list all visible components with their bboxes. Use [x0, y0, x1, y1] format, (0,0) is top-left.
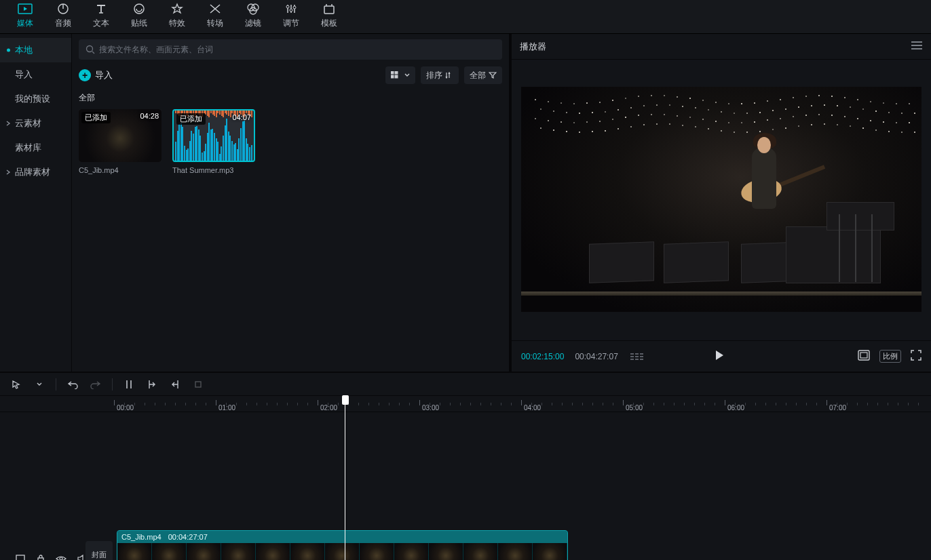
grid-icon: [391, 71, 402, 79]
sort-icon: [445, 72, 453, 79]
tab-audio[interactable]: 音频: [45, 1, 81, 33]
adjust-icon: [273, 1, 309, 16]
added-badge: 已添加: [176, 113, 206, 125]
svg-point-20: [60, 557, 62, 560]
filter-icon: [235, 1, 271, 16]
sidebar-item-brand[interactable]: 品牌素材: [0, 160, 71, 184]
sidebar-item-local[interactable]: 本地: [0, 38, 71, 62]
trim-left-button[interactable]: [142, 376, 162, 393]
svg-rect-14: [395, 75, 398, 78]
stage-box: [786, 226, 881, 283]
sort-button[interactable]: 排序: [421, 66, 459, 84]
transition-icon: [197, 1, 233, 16]
import-button[interactable]: + 导入: [79, 66, 113, 84]
duration-badge: 04:07: [232, 113, 251, 121]
eye-icon[interactable]: [54, 554, 68, 560]
clip-name: C5_Jib.mp4: [121, 533, 162, 541]
mic-stand: [839, 214, 840, 282]
current-time: 00:02:15:00: [521, 352, 564, 361]
player-header: 播放器: [512, 34, 931, 60]
svg-point-7: [290, 9, 292, 12]
text-icon: [83, 1, 119, 16]
chevron-right-icon: [5, 160, 11, 184]
mic-stand: [855, 214, 856, 282]
plus-icon: +: [79, 69, 91, 81]
tab-filter[interactable]: 滤镜: [235, 1, 271, 33]
sidebar-item-library[interactable]: 素材库: [0, 136, 71, 160]
split-button[interactable]: [119, 376, 138, 393]
timeline-tracks[interactable]: 封面 C5_Jib.mp4 00:04:27:07: [0, 412, 931, 560]
clip-duration: 00:04:27:07: [168, 533, 208, 541]
cover-button[interactable]: 封面: [86, 541, 113, 560]
stage-speaker: [589, 241, 654, 283]
tab-label: 媒体: [7, 18, 43, 33]
sidebar-item-presets[interactable]: 我的预设: [0, 87, 71, 111]
filter-button[interactable]: 全部: [464, 66, 502, 84]
svg-rect-11: [391, 71, 394, 74]
sidebar-item-import[interactable]: 导入: [0, 62, 71, 87]
aspect-ratio-button[interactable]: 比例: [879, 350, 901, 363]
svg-rect-9: [324, 6, 334, 14]
stage-box: [826, 202, 894, 231]
sticker-icon: [121, 1, 157, 16]
svg-rect-17: [195, 382, 201, 387]
fullscreen-button[interactable]: [911, 350, 922, 363]
hamburger-icon[interactable]: [911, 41, 923, 52]
media-caption: That Summer.mp3: [172, 166, 255, 174]
stage-speaker: [664, 241, 729, 283]
time-ruler[interactable]: 00:0001:0002:0003:0004:0005:0006:0007:00: [114, 396, 931, 412]
added-badge: 已添加: [81, 112, 111, 123]
undo-button[interactable]: [63, 376, 82, 393]
play-button[interactable]: [713, 349, 725, 363]
performer-illustration: [732, 148, 793, 249]
media-grid: 已添加 04:28 C5_Jib.mp4 已添加 04:07 That Summ…: [79, 109, 502, 174]
duration-badge: 04:28: [140, 112, 159, 120]
sidebar-item-cloud[interactable]: 云素材: [0, 111, 71, 136]
tab-text[interactable]: 文本: [83, 1, 119, 33]
track-select-icon[interactable]: [14, 554, 27, 560]
playhead[interactable]: [345, 396, 345, 560]
funnel-icon: [489, 72, 497, 79]
svg-point-8: [293, 6, 296, 9]
player-controls: 00:02:15:00 00:04:27:07 比例: [512, 340, 931, 372]
pointer-menu[interactable]: [30, 376, 49, 393]
tab-media[interactable]: 媒体: [7, 1, 43, 33]
tab-adjust[interactable]: 调节: [273, 1, 309, 33]
safe-zone-button[interactable]: [858, 350, 870, 363]
tab-transition[interactable]: 转场: [197, 1, 233, 33]
media-sidebar: 本地 导入 我的预设 云素材 素材库 品牌素材: [0, 34, 72, 372]
section-label: 全部: [79, 92, 502, 104]
top-tabbar: 媒体 音频 文本 贴纸 特效 转场 滤镜 调节: [0, 0, 931, 34]
tab-template[interactable]: 模板: [311, 1, 347, 33]
svg-rect-16: [860, 353, 867, 358]
search-input[interactable]: 搜索文件名称、画面元素、台词: [79, 39, 502, 60]
svg-rect-12: [395, 71, 398, 74]
trim-right-button[interactable]: [166, 376, 185, 393]
svg-point-10: [87, 46, 93, 52]
template-icon: [311, 1, 347, 16]
svg-point-2: [134, 4, 144, 14]
playhead-grip[interactable]: [342, 395, 349, 405]
audio-icon: [45, 1, 81, 16]
player-title: 播放器: [520, 41, 546, 53]
tab-fx[interactable]: 特效: [159, 1, 195, 33]
tab-sticker[interactable]: 贴纸: [121, 1, 157, 33]
svg-rect-19: [38, 558, 43, 561]
chevron-down-icon: [404, 73, 410, 78]
media-caption: C5_Jib.mp4: [79, 166, 162, 174]
fx-icon: [159, 1, 195, 16]
video-clip[interactable]: C5_Jib.mp4 00:04:27:07: [117, 530, 568, 560]
svg-rect-13: [391, 75, 394, 78]
pointer-tool[interactable]: [7, 376, 26, 393]
redo-button[interactable]: [86, 376, 105, 393]
media-item[interactable]: 已添加 04:28 C5_Jib.mp4: [79, 109, 162, 174]
chevron-right-icon: [5, 111, 11, 136]
view-mode-button[interactable]: [385, 66, 415, 84]
media-icon: [7, 1, 43, 16]
frame-list-icon[interactable]: [630, 353, 643, 360]
preview-canvas[interactable]: [521, 87, 922, 312]
media-item[interactable]: 已添加 04:07 That Summer.mp3: [172, 109, 255, 174]
lock-icon[interactable]: [34, 554, 48, 561]
timeline-toolbar: [0, 373, 931, 396]
delete-button[interactable]: [189, 376, 208, 393]
